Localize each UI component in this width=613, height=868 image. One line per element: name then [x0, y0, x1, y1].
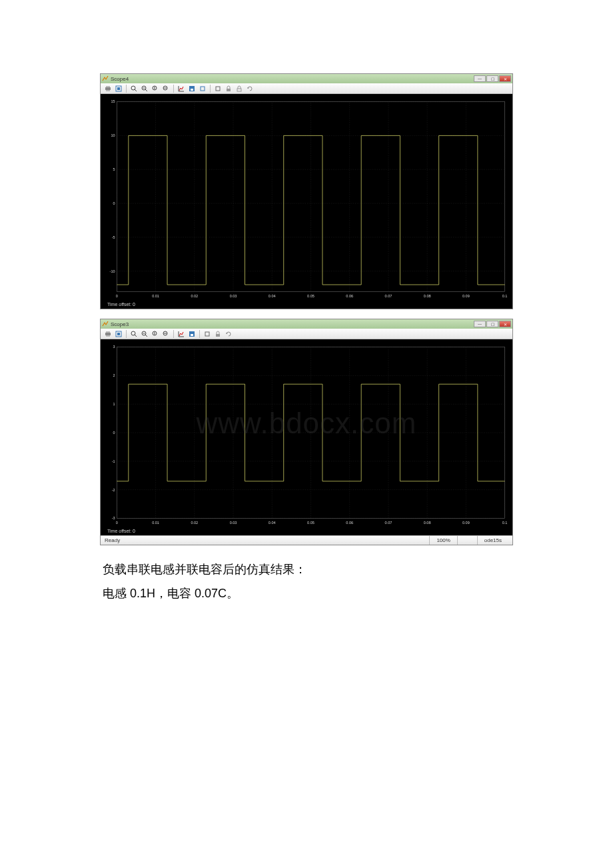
svg-text:-5: -5 [112, 235, 115, 239]
close-button[interactable]: ✕ [499, 75, 511, 82]
time-offset-label: Time offset: 0 [103, 301, 510, 307]
toolbar [101, 329, 512, 339]
lock2-icon[interactable] [235, 84, 244, 93]
minimize-button[interactable]: — [474, 321, 486, 327]
svg-text:0.06: 0.06 [346, 521, 353, 525]
params-icon[interactable] [114, 329, 123, 338]
autoscale-icon[interactable] [177, 84, 186, 93]
autoscale-icon[interactable] [177, 329, 186, 338]
status-solver: ode15s [477, 536, 508, 545]
print-icon[interactable] [103, 84, 113, 93]
save-icon[interactable] [187, 84, 197, 93]
statusbar: Ready 100% ode15s [101, 535, 512, 545]
zoom-out-icon[interactable] [140, 329, 149, 338]
svg-rect-71 [191, 334, 193, 336]
sync-icon[interactable] [224, 329, 233, 338]
svg-rect-16 [201, 87, 205, 91]
plot-area[interactable]: 00.010.020.030.040.050.060.070.080.090.1… [101, 339, 512, 535]
svg-line-8 [145, 89, 147, 91]
svg-rect-57 [106, 331, 110, 333]
zoom-out-icon[interactable] [140, 84, 149, 93]
svg-line-64 [145, 335, 147, 337]
svg-rect-18 [227, 89, 231, 91]
status-zoom: 100% [429, 536, 456, 545]
body-line-2: 电感 0.1H，电容 0.07C。 [103, 581, 510, 605]
body-text: 负载串联电感并联电容后的仿真结果： 电感 0.1H，电容 0.07C。 [100, 557, 513, 605]
svg-text:0.02: 0.02 [191, 521, 198, 525]
svg-line-6 [135, 89, 137, 91]
window-title: Scope4 [111, 76, 129, 82]
svg-text:-3: -3 [112, 516, 115, 520]
svg-text:0.04: 0.04 [269, 521, 276, 525]
save-icon[interactable] [187, 329, 197, 338]
zoom-in-icon[interactable] [129, 329, 139, 338]
svg-rect-4 [117, 87, 120, 90]
svg-text:5: 5 [113, 167, 115, 171]
svg-text:0.03: 0.03 [230, 294, 237, 298]
float-icon[interactable] [203, 329, 212, 338]
svg-text:0: 0 [116, 521, 118, 525]
scope-plot-1: 00.010.020.030.040.050.060.070.080.090.1… [103, 98, 510, 301]
float-icon[interactable] [213, 84, 223, 93]
window-controls: — ☐ ✕ [474, 321, 511, 327]
svg-text:0.07: 0.07 [385, 294, 392, 298]
svg-text:-10: -10 [110, 269, 115, 273]
svg-text:0: 0 [113, 431, 115, 435]
svg-rect-56 [105, 333, 111, 335]
restore-icon[interactable] [198, 84, 207, 93]
lock-icon[interactable] [224, 84, 233, 93]
lock-icon[interactable] [213, 329, 223, 338]
svg-text:0.09: 0.09 [462, 294, 470, 298]
svg-rect-0 [105, 87, 111, 90]
print-icon[interactable] [103, 329, 113, 338]
svg-rect-1 [106, 86, 110, 87]
svg-rect-60 [117, 333, 120, 335]
svg-text:0.01: 0.01 [152, 521, 159, 525]
svg-text:0.05: 0.05 [307, 294, 314, 298]
svg-text:0.05: 0.05 [307, 521, 314, 525]
svg-rect-17 [216, 87, 220, 91]
svg-text:3: 3 [113, 345, 115, 349]
svg-rect-73 [216, 334, 220, 337]
svg-text:0.01: 0.01 [152, 294, 159, 298]
sync-icon[interactable] [245, 84, 255, 93]
zoom-y-icon[interactable] [151, 84, 160, 93]
svg-rect-15 [191, 89, 193, 91]
svg-text:0.06: 0.06 [346, 294, 353, 298]
svg-text:0.1: 0.1 [502, 521, 508, 525]
time-offset-label: Time offset: 0 [103, 528, 510, 534]
zoom-in-icon[interactable] [129, 84, 139, 93]
svg-line-62 [135, 335, 137, 337]
zoom-x-icon[interactable] [161, 84, 171, 93]
maximize-button[interactable]: ☐ [486, 321, 498, 327]
svg-rect-2 [106, 90, 110, 91]
scope-plot-2: 00.010.020.030.040.050.060.070.080.090.1… [103, 343, 510, 528]
svg-text:0.04: 0.04 [269, 294, 276, 298]
titlebar[interactable]: Scope3 — ☐ ✕ [101, 319, 512, 329]
params-icon[interactable] [114, 84, 123, 93]
svg-text:0.09: 0.09 [462, 521, 470, 525]
svg-text:0: 0 [116, 294, 118, 298]
svg-text:0: 0 [113, 201, 115, 205]
svg-text:0.07: 0.07 [385, 521, 392, 525]
svg-text:0.08: 0.08 [424, 521, 431, 525]
minimize-button[interactable]: — [474, 75, 486, 82]
svg-text:0.03: 0.03 [230, 521, 237, 525]
body-line-1: 负载串联电感并联电容后的仿真结果： [103, 557, 510, 581]
svg-rect-20 [103, 98, 510, 301]
app-icon [102, 321, 109, 327]
zoom-x-icon[interactable] [161, 329, 171, 338]
svg-text:-2: -2 [112, 488, 115, 492]
svg-text:-1: -1 [112, 459, 115, 463]
svg-rect-19 [237, 89, 241, 91]
window-controls: — ☐ ✕ [474, 75, 511, 82]
window-title: Scope3 [111, 321, 129, 327]
zoom-y-icon[interactable] [151, 329, 160, 338]
close-button[interactable]: ✕ [499, 321, 511, 327]
svg-rect-72 [205, 332, 209, 336]
plot-area[interactable]: 00.010.020.030.040.050.060.070.080.090.1… [101, 94, 512, 309]
status-ready: Ready [105, 537, 120, 543]
titlebar[interactable]: Scope4 — ☐ ✕ [101, 74, 512, 83]
maximize-button[interactable]: ☐ [486, 75, 498, 82]
svg-text:0.08: 0.08 [424, 294, 431, 298]
